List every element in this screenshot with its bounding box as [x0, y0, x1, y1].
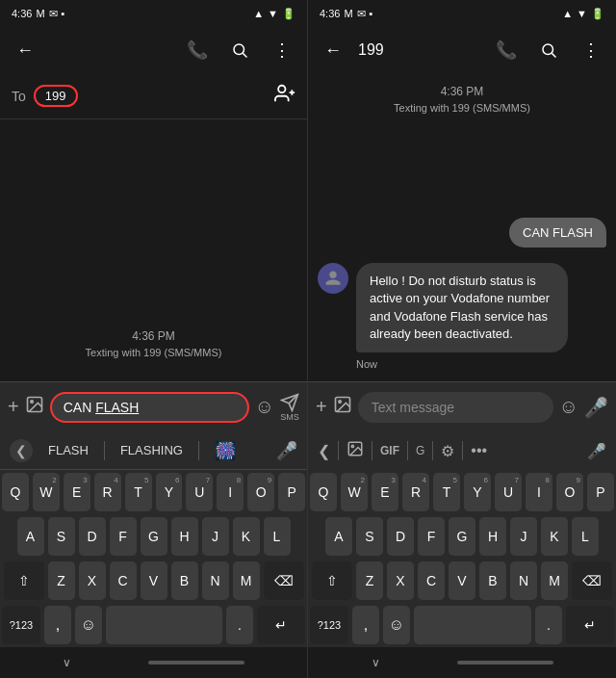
key-a[interactable]: A [17, 517, 44, 556]
right-key-o[interactable]: O9 [556, 473, 583, 511]
key-e[interactable]: E3 [64, 473, 90, 511]
right-key-t[interactable]: T5 [433, 473, 460, 511]
right-key-u[interactable]: U7 [495, 473, 522, 511]
key-m[interactable]: M [233, 561, 260, 600]
right-key-e[interactable]: E3 [372, 473, 398, 511]
right-key-h[interactable]: H [479, 517, 506, 556]
right-key-space[interactable] [414, 606, 531, 644]
right-compose-emoji[interactable]: ☺ [559, 396, 578, 418]
right-key-i[interactable]: I8 [526, 473, 552, 511]
right-key-x[interactable]: X [387, 561, 414, 600]
left-chevron-down[interactable]: ∨ [63, 656, 71, 669]
key-v[interactable]: V [141, 561, 167, 600]
key-shift[interactable]: ⇧ [4, 561, 44, 600]
ext-image-icon[interactable] [346, 440, 364, 461]
right-key-n[interactable]: N [510, 561, 537, 600]
add-contact-button[interactable] [274, 83, 295, 109]
key-space[interactable] [106, 606, 222, 644]
right-compose-add[interactable]: + [316, 396, 327, 418]
right-search-button[interactable] [531, 33, 566, 67]
right-key-b[interactable]: B [479, 561, 506, 600]
right-key-num[interactable]: ?123 [310, 606, 348, 644]
left-compose-image[interactable] [25, 395, 44, 419]
right-key-r[interactable]: R4 [402, 473, 429, 511]
key-f[interactable]: F [110, 517, 137, 556]
ext-settings-icon[interactable]: ⚙ [441, 442, 454, 460]
right-key-enter[interactable]: ↵ [566, 606, 614, 644]
key-x[interactable]: X [79, 561, 106, 600]
key-period[interactable]: . [226, 606, 253, 644]
left-mic-icon[interactable]: 🎤 [276, 440, 297, 461]
left-more-button[interactable]: ⋮ [265, 33, 299, 67]
key-l[interactable]: L [264, 517, 291, 556]
left-search-button[interactable] [222, 33, 257, 67]
key-c[interactable]: C [110, 561, 137, 600]
right-key-q[interactable]: Q [310, 473, 337, 511]
suggestion-flash[interactable]: FLASH [48, 443, 89, 457]
key-q[interactable]: Q [2, 473, 29, 511]
right-key-k[interactable]: K [541, 517, 568, 556]
ext-arrow-left[interactable]: ❮ [318, 442, 330, 460]
key-p[interactable]: P [278, 473, 305, 511]
left-back-button[interactable]: ← [8, 33, 42, 67]
right-message-input[interactable]: Text message [358, 392, 553, 423]
right-compose-mic[interactable]: 🎤 [584, 396, 608, 419]
key-g[interactable]: G [141, 517, 167, 556]
recipient-chip[interactable]: 199 [34, 85, 78, 107]
key-delete[interactable]: ⌫ [264, 561, 304, 600]
right-key-v[interactable]: V [449, 561, 475, 600]
key-enter[interactable]: ↵ [257, 606, 305, 644]
right-key-c[interactable]: C [418, 561, 445, 600]
left-compose-input[interactable]: CAN FLASH [50, 392, 249, 423]
left-compose-emoji[interactable]: ☺ [255, 396, 274, 418]
key-h[interactable]: H [171, 517, 198, 556]
right-key-comma[interactable]: , [352, 606, 379, 644]
right-phone-button[interactable]: 📞 [489, 33, 524, 67]
ext-mic-icon[interactable]: 🎤 [587, 442, 606, 460]
ext-gif-label[interactable]: GIF [380, 444, 399, 457]
right-key-z[interactable]: Z [356, 561, 383, 600]
suggestion-gif-icon[interactable]: 🎆 [215, 440, 236, 461]
key-k[interactable]: K [233, 517, 260, 556]
right-back-button[interactable]: ← [316, 33, 350, 67]
left-send-button[interactable]: SMS [280, 393, 299, 422]
ext-more-icon[interactable]: ••• [471, 442, 487, 459]
key-w[interactable]: W2 [33, 473, 60, 511]
key-r[interactable]: R4 [94, 473, 121, 511]
key-u[interactable]: U7 [186, 473, 213, 511]
ext-translate-icon[interactable]: G [416, 444, 424, 457]
right-key-p[interactable]: P [587, 473, 614, 511]
right-more-button[interactable]: ⋮ [574, 33, 608, 67]
key-i[interactable]: I8 [217, 473, 244, 511]
right-key-a[interactable]: A [325, 517, 352, 556]
key-j[interactable]: J [202, 517, 229, 556]
right-key-shift[interactable]: ⇧ [312, 561, 352, 600]
right-key-d[interactable]: D [387, 517, 414, 556]
right-key-w[interactable]: W2 [341, 473, 368, 511]
key-s[interactable]: S [48, 517, 75, 556]
key-t[interactable]: T5 [125, 473, 152, 511]
right-compose-image[interactable] [333, 395, 352, 419]
key-emoji[interactable]: ☺ [75, 606, 102, 644]
right-key-emoji[interactable]: ☺ [383, 606, 410, 644]
left-phone-button[interactable]: 📞 [180, 33, 215, 67]
left-suggestion-arrow[interactable]: ❮ [10, 439, 33, 462]
right-key-j[interactable]: J [510, 517, 537, 556]
right-key-delete[interactable]: ⌫ [572, 561, 612, 600]
suggestion-flashing[interactable]: FLASHING [120, 443, 183, 457]
key-d[interactable]: D [79, 517, 106, 556]
key-o[interactable]: O9 [247, 473, 274, 511]
left-compose-add[interactable]: + [8, 396, 19, 418]
key-b[interactable]: B [171, 561, 198, 600]
right-key-y[interactable]: Y6 [464, 473, 491, 511]
key-y[interactable]: Y6 [156, 473, 183, 511]
right-key-f[interactable]: F [418, 517, 445, 556]
right-key-m[interactable]: M [541, 561, 568, 600]
right-key-l[interactable]: L [572, 517, 599, 556]
key-z[interactable]: Z [48, 561, 75, 600]
key-comma[interactable]: , [44, 606, 71, 644]
key-num[interactable]: ?123 [2, 606, 40, 644]
right-key-period[interactable]: . [535, 606, 562, 644]
key-n[interactable]: N [202, 561, 229, 600]
right-chevron-down[interactable]: ∨ [372, 656, 380, 669]
